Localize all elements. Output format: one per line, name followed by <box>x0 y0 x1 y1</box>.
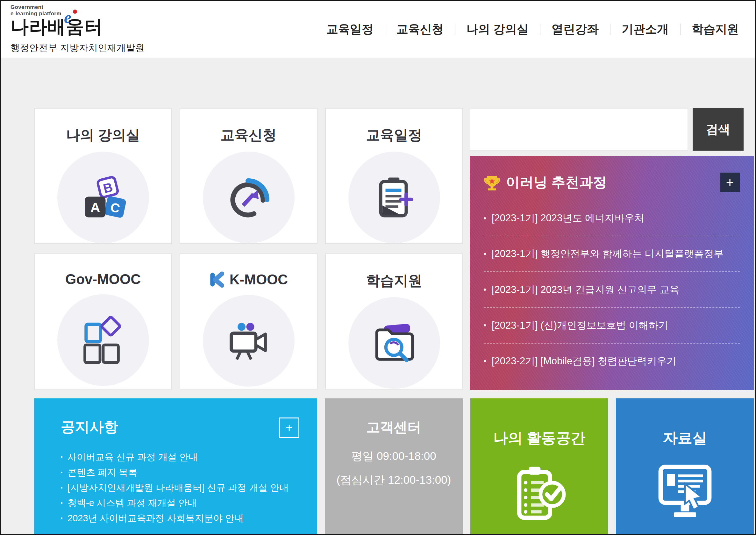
card-schedule[interactable]: 교육일정 <box>325 108 463 244</box>
search-input[interactable] <box>470 108 688 151</box>
right-column: 검색 이러닝 추천과정 + [2023-1기] 2023년도 에너지바우처 [2… <box>470 108 754 390</box>
nav-item-learning-support[interactable]: 학습지원 <box>681 21 750 37</box>
main-nav: 교육일정 교육신청 나의 강의실 열린강좌 기관소개 학습지원 <box>315 1 750 58</box>
video-camera-icon <box>203 295 294 387</box>
card-title: 교육일정 <box>366 126 422 145</box>
bullet-dot-icon <box>484 253 486 255</box>
logo-red-dot-icon <box>73 10 77 14</box>
clipboard-plus-icon <box>349 152 440 243</box>
nav-item-my-classroom[interactable]: 나의 강의실 <box>455 21 540 37</box>
customer-center-lunch: (점심시간 12:00-13:00) <box>325 473 463 488</box>
card-title: 학습지원 <box>366 271 422 290</box>
card-title: Gov-MOOC <box>65 271 141 287</box>
customer-center-title: 고객센터 <box>325 418 463 436</box>
header: Government e-learning platform 나라배움터 e 행… <box>1 1 755 58</box>
nav-item-about[interactable]: 기관소개 <box>610 21 680 37</box>
shapes-icon <box>57 294 149 386</box>
bullet-dot-icon <box>484 217 486 219</box>
card-learning-support[interactable]: 학습지원 <box>325 253 463 389</box>
bullet-dot-icon <box>484 324 486 326</box>
bullet-dot-icon <box>61 518 62 519</box>
recommend-item[interactable]: [2023-1기] 2023년 긴급지원 신고의무 교육 <box>484 271 740 307</box>
notice-title: 공지사항 <box>61 417 118 436</box>
archive-title: 자료실 <box>616 428 754 448</box>
nav-item-schedule[interactable]: 교육일정 <box>315 21 385 37</box>
search-bar: 검색 <box>470 108 743 151</box>
card-my-classroom[interactable]: 나의 강의실 B C A <box>34 108 172 244</box>
customer-center-hours: 평일 09:00-18:00 <box>325 449 463 464</box>
logo-tagline: Government e-learning platform <box>11 4 103 17</box>
notice-panel: 공지사항 + 사이버교육 신규 과정 개설 안내 콘텐츠 폐지 목록 [지방자치… <box>34 398 317 535</box>
elearning-recommend-panel: 이러닝 추천과정 + [2023-1기] 2023년도 에너지바우처 [2023… <box>470 156 754 390</box>
recommend-title: 이러닝 추천과정 <box>506 173 607 192</box>
card-k-mooc[interactable]: K-MOOC <box>180 253 318 389</box>
search-button[interactable]: 검색 <box>693 108 743 151</box>
recommend-header: 이러닝 추천과정 + <box>484 173 740 192</box>
activity-space-panel[interactable]: 나의 활동공간 <box>470 398 608 535</box>
activity-space-title: 나의 활동공간 <box>470 428 608 448</box>
recommend-item[interactable]: [2023-2기] [Mobile겸용] 청렴판단력키우기 <box>484 343 740 379</box>
card-title: 교육신청 <box>221 126 277 145</box>
monitor-cursor-icon <box>616 462 754 526</box>
recommend-list: [2023-1기] 2023년도 에너지바우처 [2023-1기] 행정안전부와… <box>484 201 740 379</box>
bullet-dot-icon <box>61 487 62 489</box>
site-subtitle: 행정안전부 지방자치인재개발원 <box>11 42 145 54</box>
notice-more-button[interactable]: + <box>279 417 299 438</box>
notice-item[interactable]: [지방자치인재개발원 나라배움터] 신규 과정 개설 안내 <box>61 480 299 495</box>
gauge-arrow-icon <box>203 152 294 243</box>
svg-text:A: A <box>90 200 100 215</box>
card-title: 나의 강의실 <box>66 126 140 145</box>
page: Government e-learning platform 나라배움터 e 행… <box>0 0 756 535</box>
recommend-item[interactable]: [2023-1기] 2023년도 에너지바우처 <box>484 201 740 236</box>
recommend-item[interactable]: [2023-1기] 행정안전부와 함께하는 디지털플랫폼정부 <box>484 236 740 271</box>
card-apply[interactable]: 교육신청 <box>180 108 318 244</box>
card-title: K-MOOC <box>209 271 288 288</box>
clipboard-check-icon <box>470 462 608 526</box>
notice-item[interactable]: 2023년 사이버교육과정 사회복지분야 안내 <box>61 511 299 526</box>
abc-blocks-icon: B C A <box>57 152 149 243</box>
bullet-dot-icon <box>61 502 62 504</box>
kmooc-logo-icon <box>209 271 226 288</box>
customer-center-panel: 고객센터 평일 09:00-18:00 (점심시간 12:00-13:00) <box>325 398 463 535</box>
quick-card-grid: 나의 강의실 B C A 교육신청 <box>34 108 463 389</box>
archive-panel[interactable]: 자료실 <box>616 398 754 535</box>
notice-item[interactable]: 콘텐츠 폐지 목록 <box>61 465 299 480</box>
recommend-more-button[interactable]: + <box>720 173 740 192</box>
logo-e-icon: e <box>64 9 72 26</box>
trophy-icon <box>484 174 500 191</box>
notice-item[interactable]: 사이버교육 신규 과정 개설 안내 <box>61 449 299 465</box>
nav-item-apply[interactable]: 교육신청 <box>385 21 455 37</box>
notice-list: 사이버교육 신규 과정 개설 안내 콘텐츠 폐지 목록 [지방자치인재개발원 나… <box>61 449 299 526</box>
site-logo[interactable]: Government e-learning platform 나라배움터 e <box>11 4 103 36</box>
folder-search-icon <box>349 297 440 389</box>
bottom-row: 공지사항 + 사이버교육 신규 과정 개설 안내 콘텐츠 폐지 목록 [지방자치… <box>34 398 754 535</box>
notice-item[interactable]: 청백-e 시스템 과정 재개설 안내 <box>61 495 299 511</box>
bullet-dot-icon <box>484 360 486 362</box>
bullet-dot-icon <box>61 456 62 458</box>
nav-item-open-courses[interactable]: 열린강좌 <box>541 21 610 37</box>
bullet-dot-icon <box>484 289 486 291</box>
bullet-dot-icon <box>61 472 62 473</box>
recommend-item[interactable]: [2023-1기] (신)개인정보보호법 이해하기 <box>484 307 740 343</box>
card-gov-mooc[interactable]: Gov-MOOC <box>34 253 172 389</box>
site-title: 나라배움터 e <box>11 17 103 36</box>
